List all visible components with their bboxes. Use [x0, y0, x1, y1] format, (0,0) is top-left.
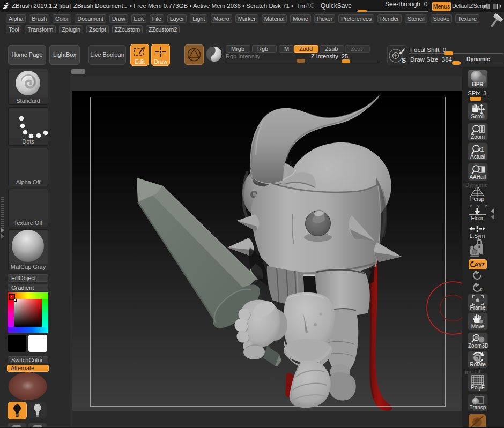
svg-text:S: S: [402, 57, 406, 64]
svg-text:z: z: [480, 287, 483, 292]
svg-text:x1: x1: [478, 147, 484, 153]
